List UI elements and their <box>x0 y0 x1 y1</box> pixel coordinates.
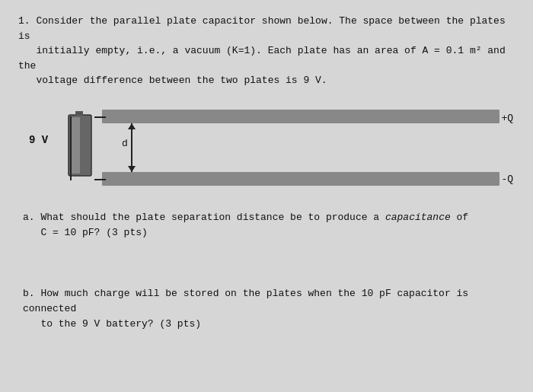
question-text-line2: initially empty, i.e., a vacuum (K=1). E… <box>18 45 506 72</box>
question-header: 1. Consider the parallel plate capacitor… <box>18 14 515 88</box>
part-a-italic: capacitance <box>385 212 451 223</box>
wire-bottom <box>94 179 106 180</box>
part-b: b. How much charge will be stored on the… <box>18 286 515 332</box>
plate-top <box>102 110 499 123</box>
part-a: a. What should the plate separation dist… <box>18 210 515 241</box>
part-a-text2: of <box>457 212 469 223</box>
voltage-label: 9 V <box>29 134 48 146</box>
svg-rect-1 <box>71 117 80 174</box>
spacer-b3 <box>18 374 515 392</box>
spacer-b2 <box>18 353 515 374</box>
svg-rect-2 <box>75 111 83 116</box>
part-b-text2: to the 9 V battery? (3 pts) <box>40 318 201 330</box>
question-text-line3: voltage difference between the two plate… <box>36 75 327 86</box>
part-a-label: a. <box>23 212 35 223</box>
question-number: 1. <box>18 15 30 27</box>
wire-top <box>94 116 106 118</box>
distance-arrow <box>131 123 132 172</box>
part-a-text3: C = 10 pF? (3 pts) <box>40 227 147 238</box>
plus-q-label: +Q <box>501 113 513 124</box>
part-b-label: b. <box>23 288 35 299</box>
question-text-line1: Consider the parallel plate capacitor sh… <box>18 15 506 42</box>
part-a-text1: What should the plate separation distanc… <box>40 212 379 223</box>
spacer-a <box>18 241 515 262</box>
distance-label: d <box>122 138 128 149</box>
spacer-b <box>18 332 515 353</box>
page: 1. Consider the parallel plate capacitor… <box>0 0 533 392</box>
spacer-a2 <box>18 262 515 283</box>
wire-left <box>70 116 72 180</box>
minus-q-label: -Q <box>501 174 513 185</box>
plate-bottom <box>102 172 499 186</box>
part-b-text1: How much charge will be stored on the pl… <box>23 288 468 314</box>
diagram: +Q -Q 9 V d <box>18 96 515 202</box>
